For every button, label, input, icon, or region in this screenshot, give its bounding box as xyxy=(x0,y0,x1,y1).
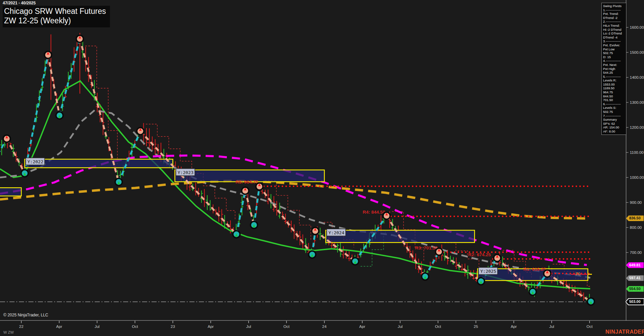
swing-panel-line: 5.-------------- xyxy=(603,75,625,79)
pivot-low-marker xyxy=(587,297,595,306)
swing-panel-line: D: 15 xyxy=(603,55,625,59)
swing-panel-line: 6.-------------- xyxy=(603,102,625,106)
swing-panel-line: Levels S: xyxy=(603,106,625,110)
swing-panel-line: AR: 154.00 xyxy=(603,125,625,129)
price-axis-label[interactable]: 900.00 xyxy=(630,200,642,205)
pivot-low-marker xyxy=(421,272,430,281)
swing-panel-line: DTrend -2 xyxy=(603,16,625,20)
time-axis-label[interactable]: 22 xyxy=(19,325,24,329)
swing-panel-line: 7.-------------- xyxy=(603,114,625,118)
time-axis-label[interactable]: Jul xyxy=(549,325,554,329)
pivot-low-marker xyxy=(529,288,537,296)
swing-panel-line: 1553.00 xyxy=(603,82,625,87)
swing-panel-line: Pvt High xyxy=(603,67,625,71)
time-axis-label[interactable]: Jul xyxy=(246,325,251,329)
price-axis-label[interactable]: 1100.00 xyxy=(630,150,644,154)
resistance-label: R1: 616.25 xyxy=(523,267,546,272)
time-axis-label[interactable]: 25 xyxy=(474,325,478,329)
year-box-chip: Y:2025 xyxy=(479,267,498,274)
time-axis-label[interactable]: 23 xyxy=(171,325,175,329)
swing-panel-line: 3.-------------- xyxy=(603,39,625,43)
zigzag-up-leg xyxy=(236,191,245,234)
time-axis-label[interactable]: Jul xyxy=(398,325,403,329)
svg-text:Y:2024: Y:2024 xyxy=(328,230,344,235)
ma-mid-gray xyxy=(0,110,590,278)
pivot-high-marker xyxy=(136,127,145,136)
ninjatrader-chart-window: 47/2021 - 40/2025 Chicago SRW Wheat Futu… xyxy=(0,0,644,336)
swing-panel-line: 4.-------------- xyxy=(603,59,625,63)
swing-panel-line: DTrend -4 xyxy=(603,35,625,40)
swing-panel-line: 844.50 xyxy=(603,94,625,98)
year-box-chip: Y:2022 xyxy=(26,158,45,165)
time-axis-label[interactable]: 24 xyxy=(322,325,327,329)
swing-panel-line: Pvt. Next: xyxy=(603,63,625,67)
time-axis-label[interactable]: Oct xyxy=(283,325,290,329)
price-axis-label[interactable]: 1600.00 xyxy=(630,25,644,29)
pivot-high-marker xyxy=(435,247,443,256)
pivot-low-marker xyxy=(21,169,29,177)
price-axis-label[interactable]: 1200.00 xyxy=(630,125,644,129)
swing-panel-line: Pvt. Trend: xyxy=(603,12,625,16)
zigzag-up-leg xyxy=(425,252,439,277)
price-axis-label[interactable]: 1500.00 xyxy=(630,50,644,54)
pivot-low-marker xyxy=(250,221,258,229)
pivot-low-marker xyxy=(308,250,317,259)
copyright-label: © 2025 NinjaTrader, LLC xyxy=(3,313,48,317)
swing-panel-line: 502.75 xyxy=(603,51,625,55)
svg-text:Y:2025: Y:2025 xyxy=(480,269,496,274)
pivot-high-marker xyxy=(44,51,52,59)
price-axis-label[interactable]: 1400.00 xyxy=(630,75,644,79)
swing-panel-line: 544.25 xyxy=(603,71,625,75)
time-axis-label[interactable]: Apr xyxy=(56,325,62,329)
zigzag-up-leg xyxy=(119,131,140,182)
swing-panel-line: HiLo Trend: xyxy=(603,24,625,28)
pivot-high-marker xyxy=(241,187,250,195)
time-axis-label[interactable]: Apr xyxy=(208,325,214,329)
swing-panel-line: 2.-------------- xyxy=(603,20,625,24)
time-axis-label[interactable]: Oct xyxy=(586,325,593,329)
time-axis-label[interactable]: Oct xyxy=(435,325,441,329)
year-box-chip: Y:2023 xyxy=(176,169,195,176)
swing-panel-line: Hi:-2 DTrend xyxy=(603,28,625,32)
price-axis-label[interactable]: 700.00 xyxy=(630,250,642,255)
pivot-high-marker xyxy=(383,212,391,220)
swing-pivots-panel: Swing Pivots1.--------------Pvt. Trend:D… xyxy=(601,3,626,135)
pivot-low-marker xyxy=(477,277,485,286)
swing-panel-line: Pvt Low xyxy=(603,47,625,51)
time-axis-label[interactable]: Apr xyxy=(511,325,517,329)
zigzag-up-leg xyxy=(25,55,48,173)
year-box-chip: Y:2024 xyxy=(327,229,346,236)
swing-panel-line: 701.50 xyxy=(603,98,625,102)
price-axis-label[interactable]: 1300.00 xyxy=(630,100,644,104)
pivot-high-marker xyxy=(493,254,502,262)
resistance-label: R2: 674.25 xyxy=(468,252,491,257)
pivot-high-marker xyxy=(311,227,320,235)
svg-text:Y:2023: Y:2023 xyxy=(178,170,193,175)
swing-panel-line: Levels R: xyxy=(603,78,625,82)
pivot-low-marker xyxy=(55,111,64,120)
price-axis-label[interactable]: 1000.00 xyxy=(630,175,644,179)
pivot-high-marker xyxy=(76,35,84,43)
resistance-label: R4: 844.50 xyxy=(363,210,385,215)
time-axis-label[interactable]: Jul xyxy=(95,325,100,329)
swing-panel-line: 1.-------------- xyxy=(603,8,625,12)
pivot-low-marker xyxy=(232,230,241,238)
swing-panel-line: 964.75 xyxy=(603,90,625,94)
year-box xyxy=(0,188,21,196)
swing-panel-line: SP's: 62 xyxy=(603,122,625,126)
pivot-high-marker xyxy=(3,135,11,143)
swing-panel-line: AF: 8.00 xyxy=(603,129,625,134)
resistance-label: R3: 701.50 xyxy=(415,245,438,250)
time-axis-label[interactable]: Oct xyxy=(132,325,138,329)
price-axis-label[interactable]: 800.00 xyxy=(630,225,642,230)
ninjatrader-logo: NINJATRADER xyxy=(605,329,644,335)
pivot-high-marker xyxy=(543,269,552,278)
moving-averages xyxy=(0,81,590,289)
time-axis-label[interactable]: Apr xyxy=(359,325,365,329)
pivot-low-marker xyxy=(351,257,360,265)
svg-text:Y:2022: Y:2022 xyxy=(27,159,43,164)
chart-canvas[interactable]: R5: 964.75R4: 844.50R3: 701.50R2: 674.25… xyxy=(0,0,644,336)
swing-panel-line: 502.75 xyxy=(603,110,625,114)
swing-panel-line: Lo:-2 DTrend xyxy=(603,31,625,35)
zigzag-down-leg xyxy=(140,131,236,234)
